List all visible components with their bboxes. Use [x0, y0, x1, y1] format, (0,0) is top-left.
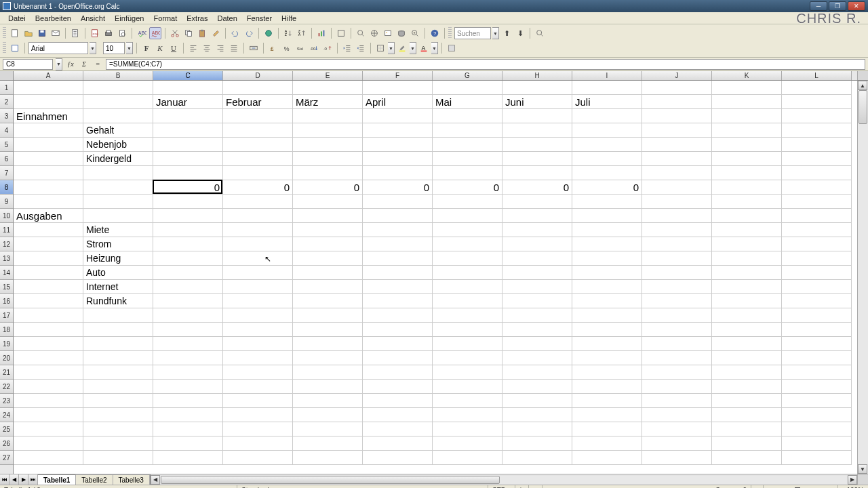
add-decimal-icon[interactable]: .00: [308, 42, 320, 54]
italic-icon[interactable]: K: [154, 42, 166, 54]
cell-H21[interactable]: [502, 365, 572, 380]
cell-D15[interactable]: [223, 280, 293, 294]
borders-dropdown[interactable]: ▼: [388, 42, 395, 54]
zoom-value[interactable]: 100%: [838, 485, 868, 488]
cell-F16[interactable]: [363, 294, 433, 308]
cell-E13[interactable]: [293, 251, 363, 266]
menu-format[interactable]: Format: [149, 14, 181, 23]
cell-K22[interactable]: [712, 380, 782, 394]
cell-H27[interactable]: [502, 451, 572, 465]
open-icon[interactable]: [22, 27, 35, 39]
percent-icon[interactable]: %: [281, 42, 293, 54]
column-header-E[interactable]: E: [293, 71, 363, 80]
cell-B2[interactable]: [83, 95, 153, 109]
cell-E16[interactable]: [293, 294, 363, 308]
cell-A5[interactable]: [14, 138, 83, 152]
cell-H10[interactable]: [502, 209, 572, 223]
cell-D23[interactable]: [223, 394, 293, 408]
undo-icon[interactable]: [229, 27, 241, 39]
cell-H13[interactable]: [502, 251, 572, 266]
cell-L15[interactable]: [782, 280, 852, 294]
cell-C8[interactable]: 0: [153, 180, 223, 195]
cell-D10[interactable]: [223, 209, 293, 223]
column-header-D[interactable]: D: [223, 71, 293, 80]
row-header-18[interactable]: 18: [0, 323, 13, 337]
cell-F22[interactable]: [363, 380, 433, 394]
cell-E19[interactable]: [293, 337, 363, 351]
cell-D5[interactable]: [223, 138, 293, 152]
search-prev-icon[interactable]: ⬆: [500, 27, 513, 39]
cell-H9[interactable]: [502, 195, 572, 209]
column-header-L[interactable]: L: [782, 71, 852, 80]
cell-B6[interactable]: Kindergeld: [83, 152, 153, 166]
cell-D7[interactable]: [223, 166, 293, 180]
cell-L22[interactable]: [782, 380, 852, 394]
cell-F23[interactable]: [363, 394, 433, 408]
cell-L13[interactable]: [782, 251, 852, 266]
cell-J25[interactable]: [642, 422, 712, 436]
status-mode[interactable]: STD: [488, 485, 515, 488]
cell-F15[interactable]: [363, 280, 433, 294]
cell-G23[interactable]: [433, 394, 502, 408]
cell-G14[interactable]: [433, 266, 502, 280]
row-header-22[interactable]: 22: [0, 380, 13, 394]
cell-L11[interactable]: [782, 223, 852, 237]
cell-H5[interactable]: [502, 138, 572, 152]
cell-F24[interactable]: [363, 408, 433, 422]
cell-C20[interactable]: [153, 351, 223, 365]
cell-F8[interactable]: 0: [363, 180, 433, 195]
row-header-19[interactable]: 19: [0, 337, 13, 351]
cell-F20[interactable]: [363, 351, 433, 365]
cell-reference-box[interactable]: C8: [3, 59, 53, 70]
sheet-tab-2[interactable]: Tabelle2: [76, 474, 113, 485]
cell-K4[interactable]: [712, 123, 782, 138]
cell-A1[interactable]: [14, 81, 83, 95]
cell-H18[interactable]: [502, 323, 572, 337]
cell-A4[interactable]: [14, 123, 83, 138]
cell-G21[interactable]: [433, 365, 502, 380]
row-header-5[interactable]: 5: [0, 138, 13, 152]
cell-I3[interactable]: [572, 109, 642, 123]
cell-K13[interactable]: [712, 251, 782, 266]
cell-F5[interactable]: [363, 138, 433, 152]
cell-H17[interactable]: [502, 308, 572, 323]
row-header-3[interactable]: 3: [0, 109, 13, 123]
cell-J17[interactable]: [642, 308, 712, 323]
row-header-24[interactable]: 24: [0, 408, 13, 422]
cell-G12[interactable]: [433, 237, 502, 251]
edit-doc-icon[interactable]: [69, 27, 81, 39]
horizontal-scrollbar[interactable]: ◀ ▶: [150, 474, 857, 485]
cell-F4[interactable]: [363, 123, 433, 138]
cell-E7[interactable]: [293, 166, 363, 180]
cell-L10[interactable]: [782, 209, 852, 223]
cell-B26[interactable]: [83, 436, 153, 451]
row-header-7[interactable]: 7: [0, 166, 13, 180]
cell-L27[interactable]: [782, 451, 852, 465]
cell-F11[interactable]: [363, 223, 433, 237]
zoom-in-icon[interactable]: +: [826, 485, 838, 488]
cell-G17[interactable]: [433, 308, 502, 323]
cell-G9[interactable]: [433, 195, 502, 209]
row-header-23[interactable]: 23: [0, 394, 13, 408]
cell-L26[interactable]: [782, 436, 852, 451]
cell-A19[interactable]: [14, 337, 83, 351]
cell-K10[interactable]: [712, 209, 782, 223]
cell-B1[interactable]: [83, 81, 153, 95]
cell-L18[interactable]: [782, 323, 852, 337]
cell-grid[interactable]: JanuarFebruarMärzAprilMaiJuniJuliEinnahm…: [14, 81, 857, 474]
equals-icon[interactable]: =: [92, 59, 103, 70]
cell-E25[interactable]: [293, 422, 363, 436]
cell-B9[interactable]: [83, 195, 153, 209]
cell-K23[interactable]: [712, 394, 782, 408]
currency-icon[interactable]: ₤: [267, 42, 279, 54]
cell-B17[interactable]: [83, 308, 153, 323]
cell-A23[interactable]: [14, 394, 83, 408]
cell-J18[interactable]: [642, 323, 712, 337]
cell-L8[interactable]: [782, 180, 852, 195]
cell-I9[interactable]: [572, 195, 642, 209]
font-name-select[interactable]: Arial: [28, 42, 88, 54]
formula-input[interactable]: =SUMME(C4:C7): [106, 59, 865, 70]
cell-D1[interactable]: [223, 81, 293, 95]
autospell-icon[interactable]: ABC: [149, 27, 161, 39]
cell-B22[interactable]: [83, 380, 153, 394]
